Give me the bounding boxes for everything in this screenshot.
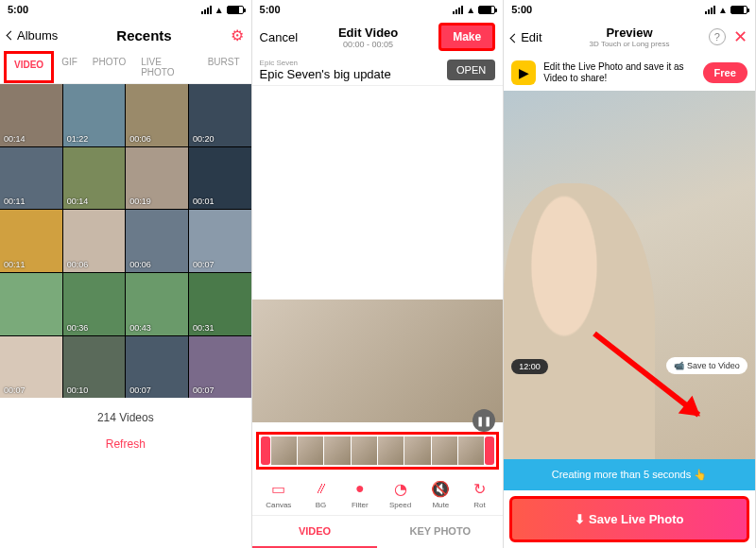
- tool-speed[interactable]: ◔Speed: [389, 479, 411, 509]
- help-icon[interactable]: ?: [709, 28, 726, 45]
- make-button[interactable]: Make: [438, 23, 495, 51]
- timeline-frame[interactable]: [458, 437, 484, 465]
- timeline-frame[interactable]: [432, 437, 457, 465]
- duration-label: 00:07: [193, 385, 215, 395]
- video-thumb[interactable]: 00:06: [126, 84, 188, 146]
- banner-text: Edit the Live Photo and save it as Video…: [543, 61, 695, 84]
- tool-icon: ⫽: [312, 479, 331, 498]
- tab-livephoto[interactable]: LIVE PHOTO: [133, 51, 200, 83]
- tool-label: Rot: [473, 501, 485, 509]
- tool-icon: 🔇: [431, 479, 450, 498]
- preview-frame[interactable]: ❚❚: [252, 300, 504, 422]
- duration-label: 00:01: [193, 197, 215, 206]
- duration-label: 00:07: [129, 385, 151, 395]
- edit-button[interactable]: Edit: [511, 30, 541, 44]
- gear-icon[interactable]: ⚙: [231, 26, 244, 44]
- pause-icon[interactable]: ❚❚: [472, 409, 495, 432]
- save-to-video-button[interactable]: 📹 Save to Video: [666, 357, 747, 374]
- video-thumb[interactable]: 00:07: [0, 336, 62, 399]
- status-bar: 5:00 ▲: [252, 0, 504, 19]
- battery-icon: [478, 6, 495, 14]
- close-icon[interactable]: ✕: [733, 26, 747, 47]
- video-thumb[interactable]: 00:14: [0, 84, 62, 146]
- video-thumb[interactable]: 00:20: [189, 84, 251, 146]
- timeline-frame[interactable]: [298, 437, 323, 465]
- trim-handle-right[interactable]: [485, 437, 494, 465]
- video-thumb[interactable]: 00:11: [0, 210, 62, 272]
- tool-icon: ▭: [269, 479, 288, 498]
- page-subtitle: 3D Touch or Long press: [590, 40, 670, 48]
- preview-content: [504, 183, 654, 460]
- duration-label: 00:14: [67, 197, 89, 206]
- wifi-icon: ▲: [466, 5, 475, 15]
- btab-keyphoto[interactable]: KEY PHOTO: [377, 516, 503, 548]
- video-thumb[interactable]: 00:07: [126, 336, 188, 399]
- back-button[interactable]: Albums: [8, 28, 58, 43]
- video-thumb[interactable]: 00:11: [0, 147, 62, 210]
- screen-edit: 5:00 ▲ Cancel Edit Video 00:00 - 00:05 M…: [252, 0, 505, 548]
- timeline-frame[interactable]: [324, 437, 350, 465]
- wifi-icon: ▲: [215, 5, 224, 15]
- ad-title: Epic Seven's big update: [260, 67, 439, 81]
- refresh-button[interactable]: Refresh: [0, 437, 251, 460]
- cancel-button[interactable]: Cancel: [260, 30, 298, 44]
- duration-label: 00:06: [67, 260, 89, 269]
- duration-label: 00:11: [4, 197, 26, 206]
- video-grid: 00:1401:2200:0600:2000:1100:1400:1900:01…: [0, 84, 251, 398]
- tool-rot[interactable]: ↻Rot: [471, 479, 490, 509]
- tool-canvas[interactable]: ▭Canvas: [266, 479, 291, 509]
- signal-icon: [705, 6, 715, 14]
- status-right: ▲: [453, 5, 495, 15]
- video-thumb[interactable]: 00:43: [126, 273, 188, 335]
- tab-gif[interactable]: GIF: [54, 51, 85, 83]
- video-thumb[interactable]: 00:01: [189, 147, 251, 210]
- trim-handle-left[interactable]: [261, 437, 270, 465]
- tab-photo[interactable]: PHOTO: [85, 51, 133, 83]
- screen-albums: 5:00 ▲ Albums Recents ⚙ VIDEO GIF PHOTO …: [0, 0, 252, 548]
- timeline-frame[interactable]: [271, 437, 297, 465]
- video-thumb[interactable]: 00:07: [189, 210, 251, 272]
- tab-burst[interactable]: BURST: [200, 51, 248, 83]
- nav-right: ? ✕: [709, 26, 747, 47]
- time-chip: 12:00: [511, 359, 548, 374]
- video-thumb[interactable]: 00:06: [63, 210, 126, 272]
- timeline-frame[interactable]: [352, 437, 377, 465]
- info-bar: Creating more than 5 seconds 👆: [504, 459, 755, 490]
- nav-bar: Cancel Edit Video 00:00 - 00:05 Make: [252, 19, 504, 55]
- video-thumb[interactable]: 00:14: [63, 147, 126, 210]
- duration-label: 00:36: [67, 323, 89, 333]
- video-thumb[interactable]: 00:07: [189, 336, 251, 399]
- duration-label: 01:22: [67, 134, 89, 144]
- video-thumb[interactable]: 00:36: [63, 273, 126, 335]
- time-range: 00:00 - 00:05: [338, 40, 398, 49]
- video-thumb[interactable]: 00:06: [126, 210, 188, 272]
- trim-timeline[interactable]: [256, 432, 500, 470]
- open-button[interactable]: OPEN: [447, 60, 495, 80]
- tool-row: ▭Canvas⫽BG●Filter◔Speed🔇Mute↻Rot: [252, 470, 504, 515]
- video-thumb[interactable]: 00:19: [126, 147, 188, 210]
- video-thumb[interactable]: 00:31: [189, 273, 251, 335]
- chevron-left-icon: [7, 30, 16, 40]
- status-right: ▲: [201, 5, 244, 15]
- btab-video[interactable]: VIDEO: [252, 516, 378, 548]
- tab-video[interactable]: VIDEO: [4, 51, 54, 83]
- save-live-photo-button[interactable]: ⬇ Save Live Photo: [509, 496, 749, 542]
- tool-icon: ●: [351, 479, 369, 498]
- free-button[interactable]: Free: [703, 62, 747, 83]
- video-thumb[interactable]: 01:22: [63, 84, 126, 146]
- ad-banner[interactable]: Epic Seven Epic Seven's big update OPEN: [252, 55, 504, 86]
- timeline-frame[interactable]: [378, 437, 404, 465]
- tool-mute[interactable]: 🔇Mute: [431, 479, 450, 509]
- live-photo-preview[interactable]: 12:00 📹 Save to Video: [504, 91, 755, 459]
- video-thumb[interactable]: [0, 273, 62, 335]
- page-title: Edit Video: [338, 26, 398, 40]
- video-preview: ❚❚: [252, 86, 504, 422]
- tool-filter[interactable]: ●Filter: [351, 479, 369, 509]
- video-thumb[interactable]: 00:10: [63, 336, 126, 399]
- signal-icon: [201, 6, 212, 14]
- timeline-frame[interactable]: [404, 437, 430, 465]
- status-bar: 5:00 ▲: [0, 0, 251, 19]
- tool-bg[interactable]: ⫽BG: [312, 479, 331, 509]
- app-icon: ▶: [511, 60, 536, 85]
- tool-icon: ◔: [391, 479, 410, 498]
